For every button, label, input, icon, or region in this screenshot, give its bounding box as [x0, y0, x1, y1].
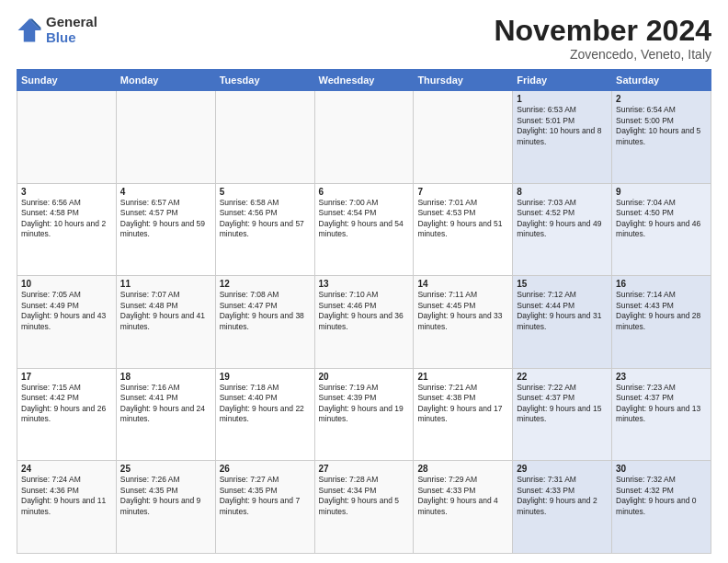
day-number: 15 [517, 279, 608, 289]
day-number: 22 [517, 372, 608, 382]
day-info: Sunrise: 7:28 AM Sunset: 4:34 PM Dayligh… [319, 475, 410, 517]
day-cell [116, 91, 215, 184]
day-number: 23 [616, 372, 707, 382]
day-number: 20 [319, 372, 410, 382]
col-sunday: Sunday [17, 70, 117, 91]
day-info: Sunrise: 7:14 AM Sunset: 4:43 PM Dayligh… [616, 290, 707, 332]
day-cell: 19Sunrise: 7:18 AM Sunset: 4:40 PM Dayli… [215, 368, 314, 461]
col-monday: Monday [116, 70, 215, 91]
day-cell: 3Sunrise: 6:56 AM Sunset: 4:58 PM Daylig… [17, 183, 117, 276]
day-info: Sunrise: 7:15 AM Sunset: 4:42 PM Dayligh… [21, 383, 112, 425]
week-row-3: 10Sunrise: 7:05 AM Sunset: 4:49 PM Dayli… [17, 276, 711, 369]
day-info: Sunrise: 7:24 AM Sunset: 4:36 PM Dayligh… [21, 475, 112, 517]
day-info: Sunrise: 6:56 AM Sunset: 4:58 PM Dayligh… [21, 198, 112, 240]
day-number: 18 [120, 372, 211, 382]
day-info: Sunrise: 7:01 AM Sunset: 4:53 PM Dayligh… [417, 198, 508, 240]
day-info: Sunrise: 7:07 AM Sunset: 4:48 PM Dayligh… [120, 290, 211, 332]
day-info: Sunrise: 7:08 AM Sunset: 4:47 PM Dayligh… [220, 290, 311, 332]
day-info: Sunrise: 7:04 AM Sunset: 4:50 PM Dayligh… [616, 198, 707, 240]
day-cell: 17Sunrise: 7:15 AM Sunset: 4:42 PM Dayli… [17, 368, 117, 461]
day-cell: 29Sunrise: 7:31 AM Sunset: 4:33 PM Dayli… [513, 461, 612, 554]
day-info: Sunrise: 7:31 AM Sunset: 4:33 PM Dayligh… [517, 475, 608, 517]
page: General Blue November 2024 Zovencedo, Ve… [0, 0, 728, 563]
day-cell: 20Sunrise: 7:19 AM Sunset: 4:39 PM Dayli… [314, 368, 414, 461]
day-info: Sunrise: 6:53 AM Sunset: 5:01 PM Dayligh… [517, 105, 608, 147]
day-cell: 10Sunrise: 7:05 AM Sunset: 4:49 PM Dayli… [17, 276, 117, 369]
day-cell: 22Sunrise: 7:22 AM Sunset: 4:37 PM Dayli… [513, 368, 612, 461]
day-info: Sunrise: 7:00 AM Sunset: 4:54 PM Dayligh… [319, 198, 410, 240]
day-info: Sunrise: 7:16 AM Sunset: 4:41 PM Dayligh… [120, 383, 211, 425]
col-wednesday: Wednesday [314, 70, 414, 91]
header: General Blue November 2024 Zovencedo, Ve… [17, 15, 711, 62]
day-info: Sunrise: 7:26 AM Sunset: 4:35 PM Dayligh… [120, 475, 211, 517]
logo-icon [17, 17, 42, 43]
week-row-5: 24Sunrise: 7:24 AM Sunset: 4:36 PM Dayli… [17, 461, 711, 554]
day-number: 5 [220, 187, 311, 197]
logo-general: General [46, 15, 97, 30]
day-cell: 4Sunrise: 6:57 AM Sunset: 4:57 PM Daylig… [116, 183, 215, 276]
day-cell: 18Sunrise: 7:16 AM Sunset: 4:41 PM Dayli… [116, 368, 215, 461]
day-cell: 2Sunrise: 6:54 AM Sunset: 5:00 PM Daylig… [612, 91, 711, 184]
day-cell [314, 91, 414, 184]
day-cell: 8Sunrise: 7:03 AM Sunset: 4:52 PM Daylig… [513, 183, 612, 276]
day-info: Sunrise: 7:18 AM Sunset: 4:40 PM Dayligh… [220, 383, 311, 425]
day-number: 2 [616, 94, 707, 104]
day-number: 3 [21, 187, 112, 197]
day-number: 9 [616, 187, 707, 197]
day-cell [414, 91, 513, 184]
day-number: 28 [417, 464, 508, 474]
col-saturday: Saturday [612, 70, 711, 91]
day-number: 27 [319, 464, 410, 474]
col-thursday: Thursday [414, 70, 513, 91]
day-cell: 28Sunrise: 7:29 AM Sunset: 4:33 PM Dayli… [414, 461, 513, 554]
day-info: Sunrise: 6:54 AM Sunset: 5:00 PM Dayligh… [616, 105, 707, 147]
day-number: 16 [616, 279, 707, 289]
day-cell: 27Sunrise: 7:28 AM Sunset: 4:34 PM Dayli… [314, 461, 414, 554]
day-cell: 16Sunrise: 7:14 AM Sunset: 4:43 PM Dayli… [612, 276, 711, 369]
day-cell: 11Sunrise: 7:07 AM Sunset: 4:48 PM Dayli… [116, 276, 215, 369]
day-info: Sunrise: 7:23 AM Sunset: 4:37 PM Dayligh… [616, 383, 707, 425]
day-number: 7 [417, 187, 508, 197]
day-cell: 1Sunrise: 6:53 AM Sunset: 5:01 PM Daylig… [513, 91, 612, 184]
day-number: 24 [21, 464, 112, 474]
logo-text: General Blue [46, 15, 97, 45]
day-info: Sunrise: 7:10 AM Sunset: 4:46 PM Dayligh… [319, 290, 410, 332]
day-cell: 21Sunrise: 7:21 AM Sunset: 4:38 PM Dayli… [414, 368, 513, 461]
day-number: 4 [120, 187, 211, 197]
day-cell: 12Sunrise: 7:08 AM Sunset: 4:47 PM Dayli… [215, 276, 314, 369]
col-tuesday: Tuesday [215, 70, 314, 91]
day-info: Sunrise: 6:57 AM Sunset: 4:57 PM Dayligh… [120, 198, 211, 240]
day-info: Sunrise: 6:58 AM Sunset: 4:56 PM Dayligh… [220, 198, 311, 240]
day-number: 6 [319, 187, 410, 197]
day-cell: 14Sunrise: 7:11 AM Sunset: 4:45 PM Dayli… [414, 276, 513, 369]
day-info: Sunrise: 7:27 AM Sunset: 4:35 PM Dayligh… [220, 475, 311, 517]
day-number: 10 [21, 279, 112, 289]
day-cell: 9Sunrise: 7:04 AM Sunset: 4:50 PM Daylig… [612, 183, 711, 276]
month-title: November 2024 [494, 15, 711, 47]
week-row-2: 3Sunrise: 6:56 AM Sunset: 4:58 PM Daylig… [17, 183, 711, 276]
day-cell: 13Sunrise: 7:10 AM Sunset: 4:46 PM Dayli… [314, 276, 414, 369]
header-row: Sunday Monday Tuesday Wednesday Thursday… [17, 70, 711, 91]
svg-marker-0 [18, 18, 41, 41]
day-cell: 15Sunrise: 7:12 AM Sunset: 4:44 PM Dayli… [513, 276, 612, 369]
day-info: Sunrise: 7:03 AM Sunset: 4:52 PM Dayligh… [517, 198, 608, 240]
day-number: 19 [220, 372, 311, 382]
calendar: Sunday Monday Tuesday Wednesday Thursday… [17, 69, 711, 554]
day-info: Sunrise: 7:05 AM Sunset: 4:49 PM Dayligh… [21, 290, 112, 332]
day-cell: 7Sunrise: 7:01 AM Sunset: 4:53 PM Daylig… [414, 183, 513, 276]
day-info: Sunrise: 7:21 AM Sunset: 4:38 PM Dayligh… [417, 383, 508, 425]
day-number: 12 [220, 279, 311, 289]
day-cell [215, 91, 314, 184]
day-cell [17, 91, 117, 184]
day-number: 17 [21, 372, 112, 382]
day-cell: 25Sunrise: 7:26 AM Sunset: 4:35 PM Dayli… [116, 461, 215, 554]
day-number: 21 [417, 372, 508, 382]
week-row-1: 1Sunrise: 6:53 AM Sunset: 5:01 PM Daylig… [17, 91, 711, 184]
day-number: 30 [616, 464, 707, 474]
day-number: 1 [517, 94, 608, 104]
title-block: November 2024 Zovencedo, Veneto, Italy [494, 15, 711, 62]
day-cell: 30Sunrise: 7:32 AM Sunset: 4:32 PM Dayli… [612, 461, 711, 554]
day-number: 13 [319, 279, 410, 289]
day-cell: 5Sunrise: 6:58 AM Sunset: 4:56 PM Daylig… [215, 183, 314, 276]
day-info: Sunrise: 7:22 AM Sunset: 4:37 PM Dayligh… [517, 383, 608, 425]
